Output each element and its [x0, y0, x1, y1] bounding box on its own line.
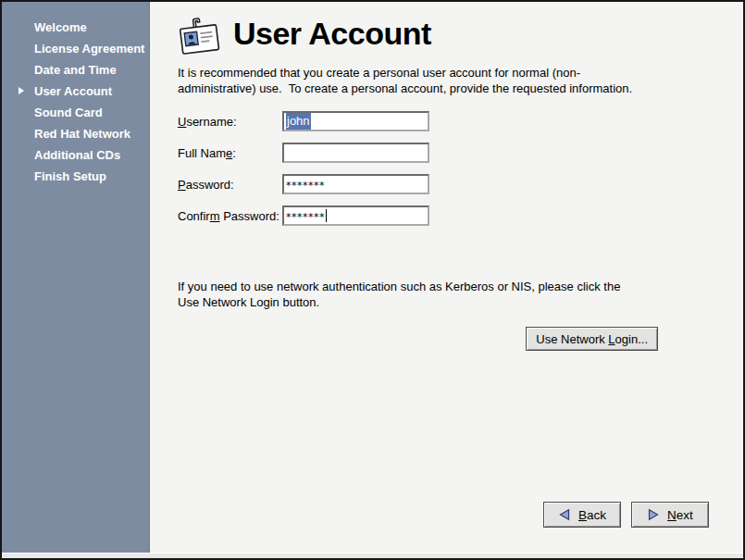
- form-row-password: Password: *******: [178, 174, 743, 194]
- label-text: assword:: [186, 178, 234, 192]
- button-label: Back: [578, 508, 606, 522]
- masked-password: *******: [286, 208, 325, 223]
- wizard-nav-buttons: Back Next: [543, 502, 709, 528]
- current-step-arrow-icon: [19, 87, 24, 94]
- sidebar-item-additional-cds: Additional CDs: [2, 144, 149, 166]
- back-button[interactable]: Back: [543, 502, 621, 528]
- sidebar-item-welcome: Welcome: [2, 17, 149, 38]
- next-arrow-icon: [647, 508, 660, 521]
- password-label: Password:: [178, 178, 282, 192]
- button-label-text: ext: [677, 508, 693, 522]
- button-label: Use Network: [536, 332, 608, 346]
- sidebar-item-sound-card: Sound Card: [2, 102, 149, 123]
- sidebar-item-license-agreement: License Agreement: [2, 38, 149, 59]
- main-content: User Account It is recommended that you …: [150, 2, 743, 553]
- form-row-username: Username: john: [178, 111, 743, 131]
- sidebar-item-user-account: User Account: [2, 81, 149, 102]
- confirm-password-label: Confirm Password:: [178, 209, 282, 223]
- label-mnemonic: U: [178, 115, 186, 129]
- label-text: :: [232, 146, 236, 160]
- button-label: ogin...: [615, 332, 648, 346]
- id-badge-icon: [178, 15, 221, 56]
- username-label: Username:: [178, 115, 282, 129]
- label-text: Confir: [178, 209, 210, 223]
- button-label-text: ack: [587, 508, 606, 522]
- use-network-login-button[interactable]: Use Network Login...: [526, 327, 658, 351]
- sidebar-item-finish-setup: Finish Setup: [2, 166, 149, 187]
- network-note-text: If you need to use network authenticatio…: [178, 279, 733, 310]
- sidebar-item-label: Date and Time: [34, 63, 117, 77]
- confirm-password-input[interactable]: *******: [282, 205, 429, 226]
- setup-agent-window: Welcome License Agreement Date and Time …: [0, 0, 745, 560]
- description-text: It is recommended that you create a pers…: [178, 65, 733, 96]
- text-cursor: [326, 209, 327, 222]
- next-button[interactable]: Next: [631, 502, 709, 528]
- page-header: User Account: [178, 15, 743, 56]
- sidebar-item-label: Red Hat Network: [34, 127, 130, 141]
- button-mnemonic: B: [578, 508, 587, 522]
- selected-text: john: [286, 113, 311, 130]
- sidebar-item-label: User Account: [34, 84, 112, 98]
- sidebar-item-label: Sound Card: [34, 106, 103, 119]
- button-label: Next: [667, 508, 693, 522]
- sidebar-item-label: Additional CDs: [34, 148, 120, 162]
- masked-password: *******: [286, 177, 325, 192]
- button-mnemonic: L: [608, 332, 615, 346]
- window-body: Welcome License Agreement Date and Time …: [2, 2, 743, 553]
- label-mnemonic: P: [178, 178, 186, 192]
- username-input[interactable]: john: [282, 111, 429, 131]
- form-row-confirm-password: Confirm Password: *******: [178, 205, 743, 226]
- button-mnemonic: N: [667, 508, 677, 522]
- label-mnemonic: m: [210, 209, 220, 223]
- password-input[interactable]: *******: [282, 174, 429, 194]
- form-row-fullname: Full Name:: [178, 143, 743, 163]
- label-text: Full Nam: [178, 146, 226, 160]
- sidebar: Welcome License Agreement Date and Time …: [2, 2, 150, 553]
- sidebar-item-red-hat-network: Red Hat Network: [2, 123, 149, 144]
- fullname-label: Full Name:: [178, 146, 282, 160]
- network-button-row: Use Network Login...: [178, 327, 743, 351]
- window-bottom-edge: [2, 553, 743, 558]
- back-arrow-icon: [558, 508, 571, 521]
- label-text: sername:: [186, 115, 236, 129]
- sidebar-item-label: License Agreement: [34, 42, 144, 56]
- sidebar-item-label: Welcome: [34, 20, 87, 34]
- label-text: Password:: [220, 209, 279, 223]
- sidebar-item-date-and-time: Date and Time: [2, 59, 149, 81]
- fullname-input[interactable]: [282, 143, 429, 163]
- page-title: User Account: [233, 15, 431, 52]
- account-form: Username: john Full Name: Password: ****…: [178, 111, 743, 226]
- sidebar-item-label: Finish Setup: [34, 169, 106, 183]
